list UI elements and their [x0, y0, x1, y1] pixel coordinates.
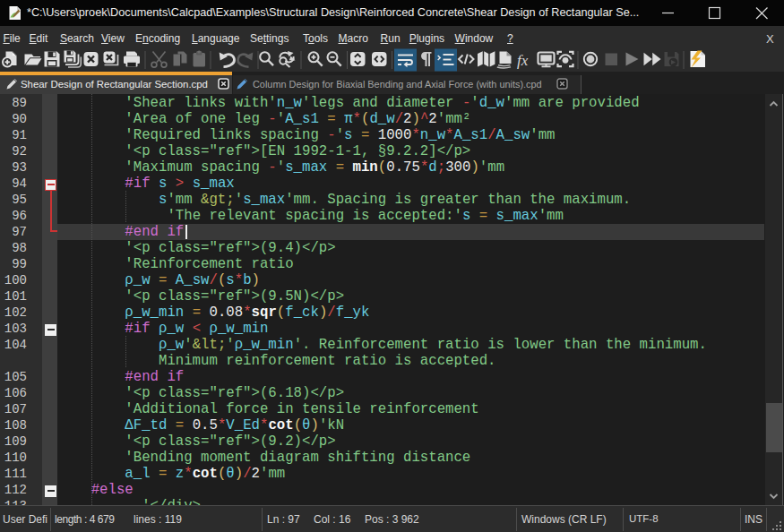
svg-text:fx: fx [517, 52, 529, 69]
